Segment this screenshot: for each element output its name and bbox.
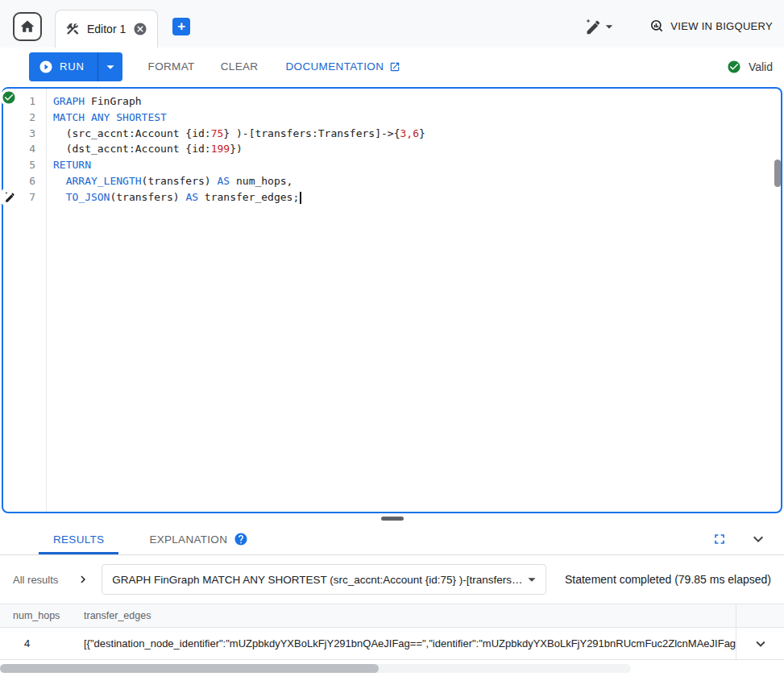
line-number: 6 bbox=[3, 173, 35, 189]
ai-edit-pen-icon[interactable] bbox=[1, 189, 18, 205]
code-area[interactable]: GRAPH FinGraph MATCH ANY SHORTEST (src_a… bbox=[47, 89, 781, 512]
home-icon bbox=[19, 19, 35, 35]
code-line: (src_accnt:Account {id:75} )-[transfers:… bbox=[53, 126, 781, 142]
magic-pen-icon bbox=[583, 18, 601, 35]
column-header-actions bbox=[736, 604, 784, 627]
tab-strip-right: VIEW IN BIGQUERY bbox=[583, 18, 773, 35]
expand-row-icon[interactable] bbox=[752, 635, 769, 653]
horizontal-scrollbar-thumb[interactable] bbox=[0, 664, 379, 673]
code-token: (src_accnt:Account {id: bbox=[53, 127, 211, 139]
code-token: AS bbox=[185, 191, 198, 203]
results-query-row: All results GRAPH FinGraph MATCH ANY SHO… bbox=[0, 555, 784, 604]
run-button[interactable]: RUN bbox=[29, 52, 97, 81]
column-header-transfer-edges: transfer_edges bbox=[84, 610, 736, 621]
results-table-header: num_hops transfer_edges bbox=[0, 604, 784, 628]
play-circle-icon bbox=[39, 60, 53, 74]
code-line: GRAPH FinGraph bbox=[53, 93, 781, 110]
code-token: } )-[transfers:Transfers]->{ bbox=[223, 127, 400, 139]
valid-label: Valid bbox=[749, 60, 773, 73]
tab-editor-1[interactable]: Editor 1 bbox=[55, 10, 158, 48]
tab-results[interactable]: RESULTS bbox=[39, 524, 118, 554]
results-tab-actions bbox=[711, 524, 784, 554]
add-tab-button[interactable]: + bbox=[172, 18, 190, 35]
line-number: 3 bbox=[3, 126, 35, 142]
query-valid-status: Valid bbox=[727, 60, 773, 74]
code-token: MATCH ANY SHORTEST bbox=[53, 111, 167, 123]
code-token: 199 bbox=[211, 143, 230, 155]
all-results-label: All results bbox=[13, 574, 58, 586]
row-actions-cell bbox=[736, 628, 784, 659]
code-token: num_hops, bbox=[230, 175, 292, 187]
cell-transfer-edges: [{"destination_node_identifier":"mUZpbkd… bbox=[84, 637, 736, 650]
help-icon[interactable] bbox=[234, 532, 248, 546]
sql-generation-button[interactable] bbox=[583, 18, 617, 35]
run-options-button[interactable] bbox=[98, 52, 122, 81]
collapse-results-button[interactable] bbox=[749, 529, 768, 549]
editor-tab-strip: Editor 1 + VIEW IN BIGQUERY bbox=[0, 0, 784, 48]
plus-icon: + bbox=[177, 19, 185, 33]
code-line: RETURN bbox=[53, 157, 781, 173]
code-line: ARRAY_LENGTH(transfers) AS num_hops, bbox=[53, 173, 781, 189]
dropdown-caret-icon bbox=[523, 571, 541, 588]
tab-editor-label: Editor 1 bbox=[87, 23, 126, 35]
explanation-tab-label: EXPLANATION bbox=[149, 533, 227, 546]
code-token: FinGraph bbox=[85, 95, 141, 107]
view-in-bigquery-label: VIEW IN BIGQUERY bbox=[670, 20, 773, 32]
code-token: AS bbox=[218, 175, 230, 187]
query-selector-value: GRAPH FinGraph MATCH ANY SHORTEST (src_a… bbox=[112, 574, 523, 586]
tab-explanation[interactable]: EXPLANATION bbox=[135, 524, 263, 554]
code-token: RETURN bbox=[53, 159, 91, 171]
sql-generation-caret-icon bbox=[601, 19, 617, 35]
editor-vertical-scrollbar-thumb[interactable] bbox=[774, 160, 781, 187]
query-toolbar: RUN FORMAT CLEAR DOCUMENTATION Valid bbox=[0, 48, 784, 85]
code-token: transfer_edges; bbox=[198, 191, 299, 203]
code-token bbox=[53, 175, 66, 187]
code-token: 75 bbox=[211, 127, 224, 139]
chevron-right-icon[interactable] bbox=[76, 572, 90, 587]
panel-splitter bbox=[0, 513, 784, 524]
cell-num-hops: 4 bbox=[0, 637, 84, 650]
column-header-num-hops: num_hops bbox=[0, 610, 84, 621]
bigquery-icon bbox=[649, 19, 665, 34]
query-valid-gutter-icon bbox=[2, 90, 16, 105]
external-link-icon bbox=[389, 61, 400, 73]
run-caret-icon bbox=[102, 58, 119, 76]
code-token: TO_JSON bbox=[66, 191, 110, 203]
construction-icon bbox=[65, 22, 80, 36]
results-tab-bar: RESULTS EXPLANATION bbox=[0, 524, 784, 555]
run-label: RUN bbox=[60, 60, 85, 73]
code-token bbox=[53, 191, 66, 203]
statement-status: Statement completed (79.85 ms elapsed) bbox=[565, 573, 771, 586]
line-number: 4 bbox=[3, 141, 35, 157]
close-tab-icon[interactable] bbox=[133, 22, 147, 36]
check-circle-icon bbox=[727, 60, 741, 74]
line-number-gutter: 1 2 3 4 5 6 7 bbox=[3, 89, 47, 512]
run-button-group: RUN bbox=[29, 52, 122, 81]
query-selector-dropdown[interactable]: GRAPH FinGraph MATCH ANY SHORTEST (src_a… bbox=[102, 564, 546, 595]
documentation-link[interactable]: DOCUMENTATION bbox=[285, 60, 400, 73]
format-button[interactable]: FORMAT bbox=[148, 60, 195, 73]
code-token: }) bbox=[230, 143, 243, 155]
code-token: (dst_accnt:Account {id: bbox=[53, 143, 211, 155]
horizontal-scrollbar-track[interactable] bbox=[0, 664, 631, 673]
fullscreen-icon bbox=[711, 531, 728, 547]
line-number: 2 bbox=[3, 110, 35, 126]
fullscreen-button[interactable] bbox=[711, 531, 728, 547]
line-number: 5 bbox=[3, 157, 35, 173]
code-token: GRAPH bbox=[53, 95, 85, 107]
documentation-label: DOCUMENTATION bbox=[285, 60, 384, 73]
results-tab-label: RESULTS bbox=[53, 533, 104, 546]
code-token: (transfers) bbox=[110, 191, 185, 203]
code-token: 3,6 bbox=[400, 127, 418, 139]
clear-button[interactable]: CLEAR bbox=[221, 60, 259, 73]
code-token: } bbox=[419, 127, 425, 139]
table-row: 4 [{"destination_node_identifier":"mUZpb… bbox=[0, 628, 784, 660]
home-button[interactable] bbox=[13, 12, 42, 41]
code-token: ARRAY_LENGTH bbox=[66, 175, 142, 187]
code-line: (dst_accnt:Account {id:199}) bbox=[53, 141, 781, 157]
drag-handle[interactable] bbox=[381, 517, 404, 521]
code-line: TO_JSON(transfers) AS transfer_edges; bbox=[53, 189, 781, 205]
view-in-bigquery-button[interactable]: VIEW IN BIGQUERY bbox=[649, 19, 773, 34]
sql-editor: 1 2 3 4 5 6 7 GRAPH FinGraph MATCH ANY S… bbox=[2, 87, 782, 513]
editor-scroll-area: 1 2 3 4 5 6 7 GRAPH FinGraph MATCH ANY S… bbox=[3, 89, 781, 512]
